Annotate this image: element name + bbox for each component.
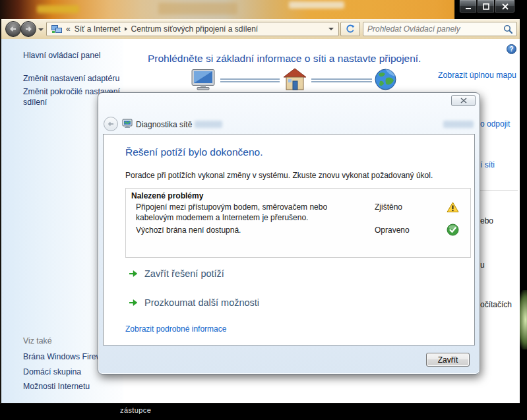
- sidebar-item-internet-options[interactable]: Možnosti Internetu: [23, 381, 90, 392]
- fragment-connect[interactable]: u: [480, 260, 485, 270]
- maximize-button[interactable]: [477, 0, 495, 13]
- green-arrow-icon: [129, 299, 138, 307]
- command-label: Prozkoumat další možnosti: [144, 297, 259, 308]
- breadcrumb-overflow-chevron[interactable]: «: [66, 24, 71, 34]
- warning-icon: [447, 202, 459, 213]
- maximize-icon: [481, 3, 491, 11]
- back-button[interactable]: [5, 21, 21, 37]
- dialog-close-button[interactable]: [451, 95, 476, 106]
- close-icon: [501, 3, 510, 11]
- fragment-network-link[interactable]: í síti: [480, 160, 495, 169]
- result-heading: Řešení potíží bylo dokončeno.: [125, 146, 263, 158]
- map-connection-line: [220, 78, 280, 82]
- fragment-setup-connection[interactable]: ebo: [480, 216, 493, 225]
- recent-pages-dropdown[interactable]: [38, 28, 44, 31]
- desktop-icon-blur: [289, 1, 344, 9]
- fragment-computers-text: očítačích: [480, 300, 512, 309]
- breadcrumb-current[interactable]: Centrum síťových připojení a sdílení: [131, 24, 259, 34]
- problem-row-text: Připojení mezi přístupovým bodem, směrov…: [136, 202, 363, 223]
- see-also-header: Viz také: [23, 336, 52, 345]
- dialog-back-button[interactable]: [104, 117, 118, 131]
- fixed-check-icon: [447, 224, 459, 236]
- green-arrow-icon: [129, 270, 138, 278]
- breadcrumb-separator-icon[interactable]: [125, 27, 127, 31]
- address-bar[interactable]: « Síť a Internet Centrum síťových připoj…: [46, 22, 339, 36]
- glass-blur-artifact: [443, 121, 474, 128]
- problem-row-text: Výchozí brána není dostupná.: [136, 225, 363, 236]
- desktop-shortcut-label: zástupce: [120, 406, 151, 414]
- forward-button[interactable]: [20, 21, 36, 37]
- navigation-toolbar: « Síť a Internet Centrum síťových připoj…: [1, 19, 520, 40]
- close-icon: [460, 98, 467, 104]
- help-icon[interactable]: ?: [507, 44, 516, 54]
- close-window-button[interactable]: [495, 0, 515, 13]
- network-location-icon: [51, 25, 62, 34]
- breadcrumb-root[interactable]: Síť a Internet: [75, 24, 121, 34]
- result-description: Poradce při potížích vykonal změny v sys…: [125, 171, 433, 180]
- dialog-title: Diagnostika sítě: [136, 120, 192, 129]
- view-full-map-link[interactable]: Zobrazit úplnou mapu: [438, 71, 516, 80]
- minimize-button[interactable]: [459, 0, 477, 13]
- glass-blur-artifact: [195, 121, 222, 128]
- problem-row-status: Opraveno: [375, 225, 410, 235]
- page-title: Prohlédněte si základní informace o síti…: [148, 53, 421, 65]
- command-label: Zavřít řešení potíží: [144, 268, 224, 279]
- problem-row-status: Zjištěno: [375, 202, 402, 212]
- search-input[interactable]: [367, 24, 501, 34]
- back-arrow-icon: [106, 119, 115, 129]
- sidebar-item-homegroup[interactable]: Domácí skupina: [23, 367, 81, 377]
- back-arrow-icon: [8, 24, 18, 34]
- minimize-icon: [464, 3, 473, 11]
- house-icon[interactable]: [283, 68, 307, 91]
- map-connection-line: [311, 78, 372, 82]
- desktop-icon-blur: [158, 3, 237, 15]
- fragment-connect-disconnect-link[interactable]: o odpojit: [480, 119, 510, 129]
- network-diagnostics-icon: [122, 119, 133, 129]
- desktop-background: [0, 0, 527, 19]
- explore-options-command[interactable]: Prozkoumat další možnosti: [129, 297, 259, 308]
- detailed-information-link[interactable]: Zobrazit podrobné informace: [125, 324, 226, 334]
- sidebar-item-change-adapter-settings[interactable]: Změnit nastavení adaptéru: [23, 73, 119, 84]
- address-dropdown-icon[interactable]: [328, 28, 334, 30]
- search-box[interactable]: [363, 22, 517, 36]
- window-controls: [459, 0, 515, 13]
- globe-internet-icon[interactable]: [375, 69, 396, 90]
- computer-icon[interactable]: [191, 69, 216, 90]
- problems-header: Nalezené problémy: [131, 191, 203, 200]
- problems-found-panel: Nalezené problémy Připojení mezi přístup…: [125, 188, 471, 258]
- refresh-icon: [345, 24, 356, 34]
- search-icon[interactable]: [503, 24, 512, 34]
- sidebar-item-control-panel-home[interactable]: Hlavní ovládací panel: [23, 50, 101, 61]
- network-diagnostics-dialog: Diagnostika sítě Řešení potíží bylo doko…: [98, 92, 480, 375]
- close-dialog-button[interactable]: Zavřít: [426, 353, 470, 367]
- dialog-body: Řešení potíží bylo dokončeno. Poradce př…: [103, 134, 475, 345]
- desktop-icon-blur: [37, 5, 79, 13]
- close-troubleshooter-command[interactable]: Zavřít řešení potíží: [129, 268, 224, 279]
- refresh-button[interactable]: [340, 22, 360, 36]
- forward-arrow-icon: [23, 24, 34, 34]
